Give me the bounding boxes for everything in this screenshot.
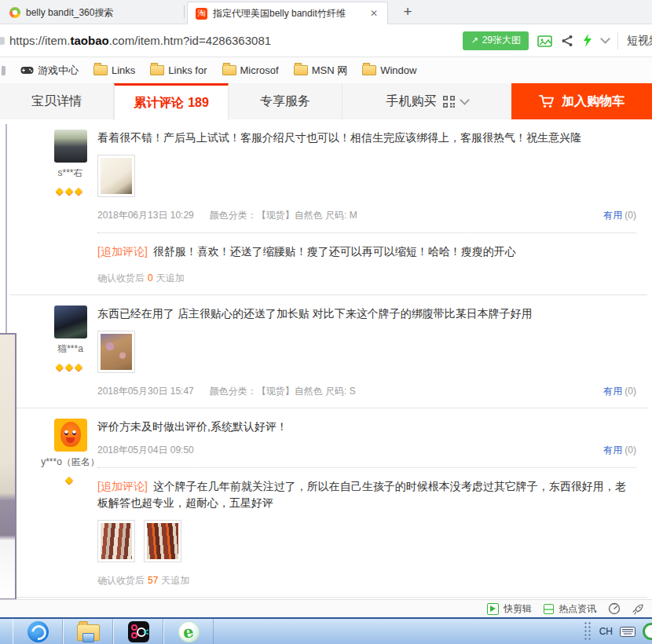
address-bar-actions: ↗ 29张大图 短视频 (463, 31, 652, 50)
review-text: 看着很不错！产后马上试试！客服介绍尺寸也可以！相信生完应该绑得上，客服很热气！祝… (97, 130, 636, 147)
share-icon[interactable] (561, 35, 573, 47)
url-prefix: https://item. (9, 34, 71, 47)
taskbar-clip-app-button[interactable] (113, 619, 163, 644)
bookmark-label: 游戏中心 (38, 64, 79, 78)
confirm-suffix: 天追加 (161, 575, 189, 586)
360-browser-icon (178, 621, 200, 642)
useful-count: (0) (625, 386, 636, 397)
url-suffix: .com/item.htm?id=4286363081 (109, 34, 271, 47)
bookmark-folder-links-for[interactable]: Links for (150, 64, 207, 76)
taskbar-360-browser-button[interactable] (163, 619, 214, 644)
append-text: 这个牌子在几年前就关注过了，所以在自己生孩子的时候根本没考虑过其它牌子，东西很好… (97, 480, 626, 510)
buyer-rank-icons: ◆◆◆ (33, 361, 108, 372)
tab-reviews[interactable]: 累计评论 189 (114, 83, 229, 120)
short-video-label[interactable]: 短视频 (627, 34, 652, 48)
confirm-prefix: 确认收货后 (97, 575, 145, 586)
divider (617, 32, 618, 49)
review-list: s***右 ◆◆◆ 看着很不错！产后马上试试！客服介绍尺寸也可以！相信生完应该绑… (9, 119, 647, 599)
review-body: 看着很不错！产后马上试试！客服介绍尺寸也可以！相信生完应该绑得上，客服很热气！祝… (97, 130, 636, 285)
hot-news-tool[interactable]: 热点资讯 (544, 602, 596, 616)
review-body: 评价方未及时做出评价,系统默认好评！ 2018年05月04日 09:50 有用(… (97, 419, 636, 587)
url-domain: taobao (71, 34, 109, 47)
item-nav-tabs: 宝贝详情 累计评论 189 专享服务 手机购买 加入购物车 (0, 83, 652, 120)
avatar[interactable] (54, 419, 87, 452)
review-photo-thumb[interactable] (144, 520, 181, 562)
browser-tab-strip: belly bandit_360搜索 淘 指定代理美国belly bandit竹… (0, 0, 652, 24)
avatar[interactable] (54, 130, 87, 163)
bookmark-folder-windows[interactable]: Window (362, 64, 416, 76)
append-review: [追加评论]很舒服！喜欢！还送了缩腰贴！瘦了还可以再可以缩短！哈哈！瘦瘦的开心 (97, 243, 636, 261)
snapshot-icon[interactable] (537, 35, 552, 47)
browser-status-bar: 快剪辑 热点资讯 (0, 599, 652, 617)
folder-icon (150, 65, 164, 75)
bookmarks-bar: 游戏中心 Links Links for Microsof MSN 网 Wind… (0, 57, 652, 84)
360-security-icon (27, 621, 49, 642)
confirm-prefix: 确认收货后 (97, 273, 145, 284)
useful-link[interactable]: 有用 (603, 210, 622, 221)
bookmark-label: Microsof (240, 64, 279, 76)
qr-code-icon (443, 96, 455, 108)
tab-separator (184, 5, 185, 18)
url-text[interactable]: https://item.taobao.com/item.htm?id=4286… (9, 34, 271, 47)
reviewer-column: y***o（匿名） ◆ (33, 419, 108, 485)
taskbar-file-explorer-button[interactable] (63, 619, 113, 644)
review-photos (97, 520, 636, 562)
big-images-button[interactable]: ↗ 29张大图 (463, 31, 529, 50)
bookmark-label: MSN 网 (312, 64, 348, 78)
partial-product-image[interactable] (0, 333, 16, 599)
language-indicator[interactable]: CH (599, 626, 613, 637)
keyboard-icon[interactable] (620, 627, 636, 637)
bookmark-label: Links (112, 64, 135, 76)
reviews-panel: s***右 ◆◆◆ 看着很不错！产后马上试试！客服介绍尺寸也可以！相信生完应该绑… (0, 119, 652, 599)
quick-clip-icon (487, 603, 499, 615)
useful-link[interactable]: 有用 (603, 445, 622, 456)
big-images-label: 29张大图 (482, 34, 521, 47)
bookmark-game-center[interactable]: 游戏中心 (20, 64, 79, 78)
browser-tab-search[interactable]: belly bandit_360搜索 (2, 2, 184, 24)
360-search-favicon-icon (9, 7, 20, 18)
review-row: y***o（匿名） ◆ 评价方未及时做出评价,系统默认好评！ 2018年05月0… (9, 408, 647, 598)
review-date: 2018年06月13日 10:29 (97, 209, 194, 222)
buyer-rank-icons: ◆◆◆ (33, 185, 108, 196)
clip-app-icon (128, 621, 149, 642)
bookmark-folder-microsoft[interactable]: Microsof (222, 64, 279, 76)
confirm-suffix: 天追加 (156, 273, 185, 284)
windows-taskbar: CH (0, 617, 652, 644)
tray-app-icon-partial[interactable] (643, 623, 652, 640)
add-to-cart-button[interactable]: 加入购物车 (511, 83, 652, 119)
file-explorer-icon (77, 624, 100, 641)
hot-news-icon (544, 604, 554, 614)
avatar-eye (72, 430, 76, 435)
taobao-favicon-icon: 淘 (196, 8, 207, 20)
review-photos (97, 331, 636, 373)
tab-mobile-buy[interactable]: 手机购买 (342, 83, 511, 119)
browser-tab-item-page[interactable]: 淘 指定代理美国belly bandit竹纤维 ✕ (187, 2, 388, 24)
bookmark-icon-partial (2, 66, 5, 75)
review-photo (101, 523, 132, 559)
append-days: 0 (148, 273, 153, 284)
folder-icon (294, 65, 308, 75)
taskbar-360-security-button[interactable] (13, 619, 63, 644)
append-tag: [追加评论] (97, 245, 148, 258)
chevron-down-icon[interactable] (600, 34, 610, 44)
review-photo-thumb[interactable] (97, 520, 135, 562)
boost-rocket-icon[interactable] (632, 603, 644, 615)
tab-item-detail[interactable]: 宝贝详情 (0, 83, 114, 119)
bookmark-folder-msn[interactable]: MSN 网 (294, 64, 348, 78)
append-days: 57 (148, 575, 158, 586)
close-tab-icon[interactable]: ✕ (368, 8, 379, 19)
bookmark-label: Window (380, 64, 416, 76)
reviewer-name: y***o（匿名） (33, 456, 108, 469)
useful-vote: 有用(0) (603, 444, 636, 457)
speed-dial-icon[interactable] (608, 602, 621, 615)
avatar[interactable] (54, 306, 87, 338)
expand-arrow-icon: ↗ (471, 35, 478, 46)
new-tab-button[interactable]: + (397, 2, 418, 22)
tab-exclusive-service[interactable]: 专享服务 (229, 83, 342, 119)
tray-grip-handle[interactable] (584, 621, 592, 642)
bookmark-folder-links[interactable]: Links (93, 64, 135, 76)
quick-clip-tool[interactable]: 快剪辑 (487, 602, 532, 616)
add-to-cart-label: 加入购物车 (562, 93, 625, 110)
useful-link[interactable]: 有用 (603, 386, 622, 397)
speed-lightning-icon[interactable] (582, 34, 593, 47)
